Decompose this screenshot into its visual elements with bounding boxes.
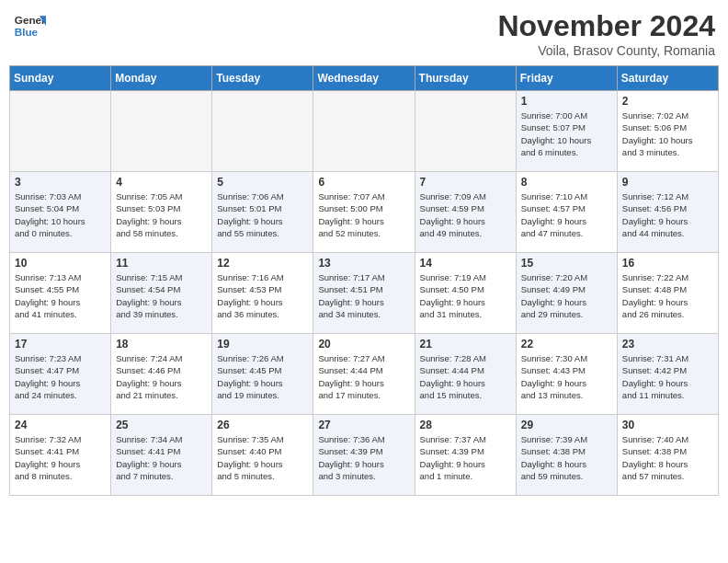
calendar-cell: 23Sunrise: 7:31 AMSunset: 4:42 PMDayligh… <box>617 334 718 415</box>
day-info: Sunrise: 7:32 AMSunset: 4:41 PMDaylight:… <box>15 433 106 482</box>
day-info: Sunrise: 7:20 AMSunset: 4:49 PMDaylight:… <box>521 271 612 320</box>
calendar-cell: 10Sunrise: 7:13 AMSunset: 4:55 PMDayligh… <box>10 253 111 334</box>
col-header-saturday: Saturday <box>617 66 718 91</box>
calendar-cell: 19Sunrise: 7:26 AMSunset: 4:45 PMDayligh… <box>212 334 313 415</box>
calendar-cell: 18Sunrise: 7:24 AMSunset: 4:46 PMDayligh… <box>111 334 212 415</box>
svg-text:Blue: Blue <box>15 26 39 38</box>
day-number: 22 <box>521 338 612 350</box>
day-info: Sunrise: 7:40 AMSunset: 4:38 PMDaylight:… <box>622 433 713 482</box>
day-info: Sunrise: 7:34 AMSunset: 4:41 PMDaylight:… <box>116 433 207 482</box>
month-title: November 2024 <box>497 9 715 43</box>
col-header-thursday: Thursday <box>415 66 516 91</box>
logo: General Blue <box>13 9 46 42</box>
day-info: Sunrise: 7:00 AMSunset: 5:07 PMDaylight:… <box>521 109 612 158</box>
calendar-table: SundayMondayTuesdayWednesdayThursdayFrid… <box>9 65 719 496</box>
calendar-cell: 16Sunrise: 7:22 AMSunset: 4:48 PMDayligh… <box>617 253 718 334</box>
day-info: Sunrise: 7:30 AMSunset: 4:43 PMDaylight:… <box>521 352 612 401</box>
day-info: Sunrise: 7:10 AMSunset: 4:57 PMDaylight:… <box>521 190 612 239</box>
calendar-cell: 8Sunrise: 7:10 AMSunset: 4:57 PMDaylight… <box>516 172 617 253</box>
calendar-cell: 17Sunrise: 7:23 AMSunset: 4:47 PMDayligh… <box>10 334 111 415</box>
calendar-cell: 11Sunrise: 7:15 AMSunset: 4:54 PMDayligh… <box>111 253 212 334</box>
calendar-cell <box>313 91 415 172</box>
calendar-cell: 12Sunrise: 7:16 AMSunset: 4:53 PMDayligh… <box>212 253 313 334</box>
day-info: Sunrise: 7:35 AMSunset: 4:40 PMDaylight:… <box>217 433 308 482</box>
day-info: Sunrise: 7:23 AMSunset: 4:47 PMDaylight:… <box>15 352 106 401</box>
day-info: Sunrise: 7:27 AMSunset: 4:44 PMDaylight:… <box>318 352 409 401</box>
day-number: 20 <box>318 338 409 350</box>
day-info: Sunrise: 7:03 AMSunset: 5:04 PMDaylight:… <box>15 190 106 239</box>
day-number: 29 <box>521 419 612 431</box>
day-number: 3 <box>15 176 106 189</box>
day-info: Sunrise: 7:09 AMSunset: 4:59 PMDaylight:… <box>420 190 511 239</box>
day-info: Sunrise: 7:22 AMSunset: 4:48 PMDaylight:… <box>622 271 713 320</box>
calendar-cell <box>10 91 111 172</box>
calendar-cell: 14Sunrise: 7:19 AMSunset: 4:50 PMDayligh… <box>415 253 516 334</box>
day-number: 17 <box>15 338 106 350</box>
day-number: 2 <box>622 95 713 108</box>
day-number: 9 <box>622 176 713 189</box>
day-info: Sunrise: 7:16 AMSunset: 4:53 PMDaylight:… <box>217 271 308 320</box>
day-number: 19 <box>217 338 308 350</box>
day-info: Sunrise: 7:12 AMSunset: 4:56 PMDaylight:… <box>622 190 713 239</box>
day-number: 4 <box>116 176 207 189</box>
calendar-cell: 22Sunrise: 7:30 AMSunset: 4:43 PMDayligh… <box>516 334 617 415</box>
day-info: Sunrise: 7:37 AMSunset: 4:39 PMDaylight:… <box>420 433 511 482</box>
svg-text:General: General <box>15 14 46 26</box>
calendar-cell: 26Sunrise: 7:35 AMSunset: 4:40 PMDayligh… <box>212 415 313 496</box>
day-number: 26 <box>217 419 308 431</box>
day-info: Sunrise: 7:13 AMSunset: 4:55 PMDaylight:… <box>15 271 106 320</box>
col-header-tuesday: Tuesday <box>212 66 313 91</box>
day-info: Sunrise: 7:24 AMSunset: 4:46 PMDaylight:… <box>116 352 207 401</box>
col-header-wednesday: Wednesday <box>313 66 415 91</box>
calendar-cell <box>111 91 212 172</box>
col-header-monday: Monday <box>111 66 212 91</box>
day-number: 25 <box>116 419 207 431</box>
day-number: 30 <box>622 419 713 431</box>
calendar-cell: 4Sunrise: 7:05 AMSunset: 5:03 PMDaylight… <box>111 172 212 253</box>
day-info: Sunrise: 7:19 AMSunset: 4:50 PMDaylight:… <box>420 271 511 320</box>
day-number: 21 <box>420 338 511 350</box>
day-number: 27 <box>318 419 409 431</box>
day-number: 15 <box>521 257 612 270</box>
day-info: Sunrise: 7:02 AMSunset: 5:06 PMDaylight:… <box>622 109 713 158</box>
day-number: 5 <box>217 176 308 189</box>
calendar-cell: 27Sunrise: 7:36 AMSunset: 4:39 PMDayligh… <box>313 415 415 496</box>
col-header-friday: Friday <box>516 66 617 91</box>
calendar-cell: 13Sunrise: 7:17 AMSunset: 4:51 PMDayligh… <box>313 253 415 334</box>
day-info: Sunrise: 7:36 AMSunset: 4:39 PMDaylight:… <box>318 433 409 482</box>
calendar-cell: 24Sunrise: 7:32 AMSunset: 4:41 PMDayligh… <box>10 415 111 496</box>
day-info: Sunrise: 7:07 AMSunset: 5:00 PMDaylight:… <box>318 190 409 239</box>
page-header: General Blue November 2024 Voila, Brasov… <box>9 9 719 58</box>
col-header-sunday: Sunday <box>10 66 111 91</box>
day-info: Sunrise: 7:15 AMSunset: 4:54 PMDaylight:… <box>116 271 207 320</box>
calendar-cell: 21Sunrise: 7:28 AMSunset: 4:44 PMDayligh… <box>415 334 516 415</box>
title-area: November 2024 Voila, Brasov County, Roma… <box>497 9 715 58</box>
calendar-cell <box>212 91 313 172</box>
day-number: 18 <box>116 338 207 350</box>
calendar-cell: 15Sunrise: 7:20 AMSunset: 4:49 PMDayligh… <box>516 253 617 334</box>
calendar-cell: 3Sunrise: 7:03 AMSunset: 5:04 PMDaylight… <box>10 172 111 253</box>
calendar-cell: 29Sunrise: 7:39 AMSunset: 4:38 PMDayligh… <box>516 415 617 496</box>
day-number: 8 <box>521 176 612 189</box>
calendar-cell: 25Sunrise: 7:34 AMSunset: 4:41 PMDayligh… <box>111 415 212 496</box>
day-info: Sunrise: 7:31 AMSunset: 4:42 PMDaylight:… <box>622 352 713 401</box>
day-info: Sunrise: 7:39 AMSunset: 4:38 PMDaylight:… <box>521 433 612 482</box>
day-number: 13 <box>318 257 409 270</box>
calendar-cell <box>415 91 516 172</box>
location-subtitle: Voila, Brasov County, Romania <box>497 43 715 58</box>
calendar-cell: 6Sunrise: 7:07 AMSunset: 5:00 PMDaylight… <box>313 172 415 253</box>
day-number: 7 <box>420 176 511 189</box>
day-number: 16 <box>622 257 713 270</box>
calendar-cell: 7Sunrise: 7:09 AMSunset: 4:59 PMDaylight… <box>415 172 516 253</box>
day-number: 1 <box>521 95 612 108</box>
calendar-cell: 30Sunrise: 7:40 AMSunset: 4:38 PMDayligh… <box>617 415 718 496</box>
day-number: 24 <box>15 419 106 431</box>
calendar-cell: 5Sunrise: 7:06 AMSunset: 5:01 PMDaylight… <box>212 172 313 253</box>
day-number: 11 <box>116 257 207 270</box>
calendar-cell: 28Sunrise: 7:37 AMSunset: 4:39 PMDayligh… <box>415 415 516 496</box>
day-number: 28 <box>420 419 511 431</box>
day-info: Sunrise: 7:06 AMSunset: 5:01 PMDaylight:… <box>217 190 308 239</box>
day-number: 6 <box>318 176 409 189</box>
logo-icon: General Blue <box>13 9 46 42</box>
day-info: Sunrise: 7:28 AMSunset: 4:44 PMDaylight:… <box>420 352 511 401</box>
